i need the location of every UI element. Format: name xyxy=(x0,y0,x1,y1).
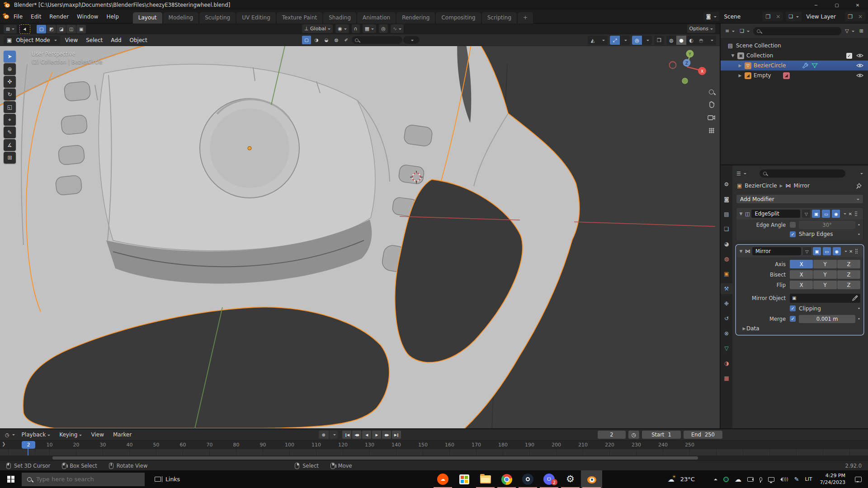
hide-eye-icon[interactable] xyxy=(856,53,863,58)
outliner-search-field[interactable] xyxy=(753,27,841,35)
data-subpanel-label[interactable]: Data xyxy=(746,325,760,332)
playback-jump-start[interactable]: ❙◀ xyxy=(342,431,351,439)
hide-eye-icon[interactable] xyxy=(856,63,863,68)
select-mode-subtract-icon[interactable]: ◪ xyxy=(57,25,66,33)
display-network-icon[interactable] xyxy=(768,477,774,482)
globe-icon[interactable]: ◍ xyxy=(332,36,341,44)
workspace-tab[interactable]: Scripting xyxy=(482,12,517,23)
edit-mode-display-icon[interactable]: ▽ xyxy=(802,210,810,218)
select-mode-new-icon[interactable]: □ xyxy=(37,25,46,33)
timeline-editor-type-icon[interactable]: ◷ xyxy=(4,431,16,439)
edge-angle-checkbox[interactable] xyxy=(790,222,796,228)
properties-tab-texture[interactable]: ▦ xyxy=(721,373,732,384)
shading-material-icon[interactable]: ◐ xyxy=(686,36,696,45)
brush-icon[interactable]: ✐ xyxy=(342,36,351,44)
start-button[interactable] xyxy=(0,470,22,488)
select-menu[interactable]: Select xyxy=(83,36,106,45)
shading-wireframe-icon[interactable]: ◍ xyxy=(666,36,676,45)
new-collection-icon[interactable]: ⊞ xyxy=(858,27,865,35)
show-in-viewport-icon[interactable]: ▭ xyxy=(823,247,831,255)
current-frame-field[interactable]: 2 xyxy=(598,431,626,439)
hide-eye-icon[interactable] xyxy=(856,73,863,78)
properties-tab-render[interactable]: ◙ xyxy=(721,194,732,205)
links-toolbar[interactable]: Links xyxy=(155,476,180,483)
taskbar-settings[interactable]: ⚙ xyxy=(560,470,581,488)
snap-toggle-icon[interactable]: ∩ xyxy=(352,24,360,33)
timeline-scrollbar[interactable] xyxy=(0,455,868,460)
properties-tab-constraints[interactable]: ⊗ xyxy=(721,328,732,339)
mirror-object-field[interactable]: ▣ xyxy=(790,294,860,303)
properties-tab-modifiers[interactable]: ⚒ xyxy=(721,283,732,294)
properties-tab-view-layer[interactable]: ❏ xyxy=(721,224,732,235)
axis-x-button[interactable]: X xyxy=(790,260,813,268)
shading-dropdown[interactable] xyxy=(706,36,716,45)
remove-modifier-icon[interactable]: ✕ xyxy=(849,249,853,254)
add-menu[interactable]: Add xyxy=(108,36,124,45)
merge-threshold-value[interactable]: 0.001 m xyxy=(799,315,855,323)
outliner-row-empty[interactable]: ▶ ◢ Empty ◢ xyxy=(721,70,868,80)
taskbar-clock[interactable]: 4:29 PM 7/24/2023 xyxy=(820,473,845,486)
axis-y-button[interactable]: Y xyxy=(813,260,836,268)
snap-target-dropdown[interactable]: ▦ xyxy=(363,24,376,33)
flip-y-button[interactable]: Y xyxy=(813,281,836,289)
outliner-row-scene-collection[interactable]: ▤ Scene Collection xyxy=(721,41,868,51)
view-layer-name[interactable]: View Layer xyxy=(802,12,845,21)
onedrive-icon[interactable]: ☁ xyxy=(735,475,741,483)
tool-select-box[interactable]: ➤ xyxy=(4,51,16,62)
notification-center-icon[interactable] xyxy=(855,477,862,482)
animate-dot-icon[interactable]: • xyxy=(855,222,860,227)
outliner-editor-type-icon[interactable]: ≡ xyxy=(724,27,736,35)
properties-tab-world[interactable]: ◍ xyxy=(721,253,732,264)
shading-solid-icon[interactable]: ● xyxy=(676,36,686,45)
view-layer-icon[interactable]: ❏ xyxy=(786,14,802,19)
minimize-icon[interactable]: ─ xyxy=(806,0,826,10)
language-indicator[interactable]: LIT xyxy=(805,476,812,482)
modifier-name-field[interactable]: EdgeSplit xyxy=(751,210,800,218)
breadcrumb-modifier[interactable]: Mirror xyxy=(794,183,810,189)
show-in-render-icon[interactable]: ◉ xyxy=(832,210,840,218)
clipping-checkbox[interactable]: ✓ xyxy=(790,305,796,311)
workspace-tab[interactable]: Layout xyxy=(133,12,162,23)
bisect-x-button[interactable]: X xyxy=(790,270,813,279)
bisect-z-button[interactable]: Z xyxy=(837,270,860,279)
menu-window[interactable]: Window xyxy=(73,12,102,22)
workspace-tab[interactable]: Sculpting xyxy=(199,12,236,23)
select-mode-extend-icon[interactable]: ◩ xyxy=(47,25,56,33)
workspace-tab[interactable]: Shading xyxy=(323,12,356,23)
properties-tab-tool[interactable]: ⚙ xyxy=(721,179,732,190)
workspace-tab[interactable]: UV Editing xyxy=(236,12,276,23)
overlays-dropdown[interactable] xyxy=(642,36,652,45)
pivot-point-dropdown[interactable]: ◉ xyxy=(335,24,349,33)
hidden-icons-chevron[interactable] xyxy=(714,477,717,480)
steering-wheel-model[interactable] xyxy=(0,46,720,428)
show-in-viewport-icon[interactable]: ▭ xyxy=(822,210,830,218)
active-tool-icon[interactable]: ➤ xyxy=(19,24,30,34)
taskbar-steam[interactable] xyxy=(517,470,538,488)
pin-icon[interactable] xyxy=(856,183,862,189)
3d-viewport[interactable]: User Perspective (2) Collection | Bezier… xyxy=(0,46,720,428)
view-layer-selector[interactable]: ❏ View Layer ❐ ✕ xyxy=(786,12,865,21)
transform-orientation-dropdown[interactable]: ⊥ Global xyxy=(302,24,333,33)
outliner-row-collection[interactable]: ▼ ▣ Collection ✓ xyxy=(721,51,868,61)
volume-icon[interactable]: ))) xyxy=(780,477,788,482)
edit-mode-display-icon[interactable]: ▽ xyxy=(803,247,811,255)
flip-x-button[interactable]: X xyxy=(790,281,813,289)
animate-dot-icon[interactable]: • xyxy=(855,306,860,311)
modifier-extras-dropdown[interactable] xyxy=(843,249,847,253)
gizmos-icon[interactable]: ⤢ xyxy=(610,36,620,45)
expand-icon[interactable]: ▶ xyxy=(738,73,742,78)
properties-tab-output[interactable]: ▤ xyxy=(721,209,732,220)
menu-help[interactable]: Help xyxy=(102,12,123,22)
properties-tab-object-data[interactable]: ▽ xyxy=(721,343,732,354)
taskbar-chrome[interactable] xyxy=(496,470,517,488)
tool-add-cube[interactable]: ⊞ xyxy=(4,152,16,164)
scene-selector[interactable]: ◙ Scene ❐ ✕ xyxy=(703,12,783,21)
tool-scale[interactable]: ◱ xyxy=(4,101,16,113)
menu-render[interactable]: Render xyxy=(45,12,73,22)
overlays-icon[interactable]: ◎ xyxy=(632,36,642,45)
sharp-edges-checkbox[interactable]: ✓ xyxy=(790,231,796,237)
current-frame-badge[interactable]: 2 xyxy=(22,441,35,449)
playback-next-keyframe[interactable]: ◆▶ xyxy=(382,431,391,439)
camera-view-icon[interactable] xyxy=(708,114,715,121)
playback-play-reverse[interactable]: ◀ xyxy=(362,431,371,439)
